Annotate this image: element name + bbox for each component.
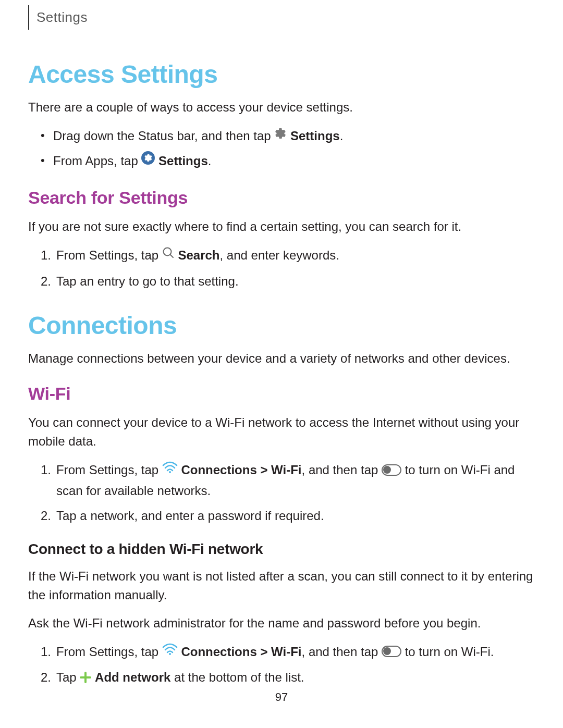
text: Tap	[56, 670, 80, 684]
toggle-off-icon	[382, 646, 401, 657]
wifi-icon	[162, 641, 178, 661]
text-bold: Connections > Wi-Fi	[181, 463, 301, 477]
list-item: Tap Add network at the bottom of the lis…	[43, 668, 535, 688]
text: Tap a network, and enter a password if r…	[56, 509, 324, 523]
gear-icon	[274, 126, 287, 145]
text: From Settings, tap	[56, 645, 162, 659]
text-bold: Search	[178, 248, 219, 262]
access-settings-title: Access Settings	[28, 60, 535, 89]
list-item: Tap a network, and enter a password if r…	[43, 506, 535, 526]
page-number: 97	[0, 690, 563, 704]
svg-point-3	[169, 471, 171, 473]
text: From Settings, tap	[56, 248, 162, 262]
plus-icon	[80, 668, 91, 687]
search-icon	[162, 245, 175, 265]
text: Drag down the Status bar, and then tap	[53, 129, 274, 143]
text: , and then tap	[302, 463, 382, 477]
svg-line-2	[170, 255, 173, 258]
connections-intro: Manage connections between your device a…	[28, 349, 535, 368]
wifi-intro: You can connect your device to a Wi-Fi n…	[28, 413, 535, 451]
text: to turn on Wi-Fi.	[405, 645, 494, 659]
text: at the bottom of the list.	[174, 670, 304, 684]
connections-title: Connections	[28, 311, 535, 340]
access-settings-intro: There are a couple of ways to access you…	[28, 98, 535, 117]
list-item: Drag down the Status bar, and then tap S…	[43, 126, 535, 147]
text-bold: Connections > Wi-Fi	[181, 645, 301, 659]
text-bold: Settings	[290, 129, 340, 143]
list-item: From Settings, tap Connections > Wi-Fi, …	[43, 460, 535, 501]
hidden-wifi-note: Ask the Wi-Fi network administrator for …	[28, 614, 535, 633]
header-tab: Settings	[28, 5, 535, 30]
header-tab-label: Settings	[36, 9, 88, 25]
search-settings-steps: From Settings, tap Search, and enter key…	[28, 245, 535, 291]
text-bold: Add network	[95, 670, 170, 684]
hidden-wifi-intro: If the Wi-Fi network you want is not lis…	[28, 567, 535, 604]
text: .	[340, 129, 344, 143]
hidden-wifi-title: Connect to a hidden Wi-Fi network	[28, 541, 535, 558]
text: , and then tap	[302, 645, 382, 659]
gear-circle-icon	[141, 151, 155, 170]
text: , and enter keywords.	[219, 248, 339, 262]
list-item: From Apps, tap Settings.	[43, 151, 535, 172]
text: Tap an entry to go to that setting.	[56, 274, 239, 288]
list-item: From Settings, tap Search, and enter key…	[43, 245, 535, 266]
wifi-icon	[162, 460, 178, 479]
access-settings-bullets: Drag down the Status bar, and then tap S…	[28, 126, 535, 172]
toggle-off-icon	[382, 464, 401, 476]
search-settings-title: Search for Settings	[28, 188, 535, 208]
list-item: From Settings, tap Connections > Wi-Fi, …	[43, 642, 535, 663]
wifi-steps: From Settings, tap Connections > Wi-Fi, …	[28, 460, 535, 526]
text: From Apps, tap	[53, 154, 141, 168]
text: .	[208, 154, 212, 168]
list-item: Tap an entry to go to that setting.	[43, 272, 535, 291]
text-bold: Settings	[158, 154, 208, 168]
wifi-title: Wi-Fi	[28, 384, 535, 404]
search-settings-intro: If you are not sure exactly where to fin…	[28, 217, 535, 236]
text: From Settings, tap	[56, 463, 162, 477]
svg-point-4	[169, 653, 171, 655]
hidden-wifi-steps: From Settings, tap Connections > Wi-Fi, …	[28, 642, 535, 689]
